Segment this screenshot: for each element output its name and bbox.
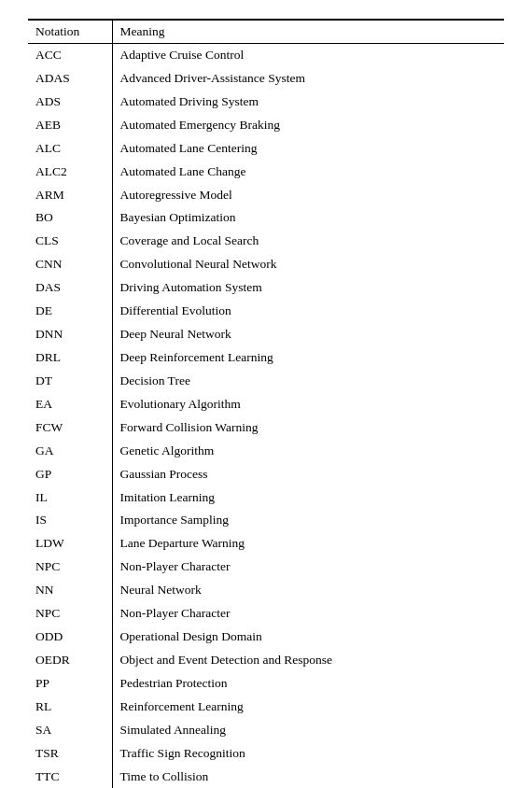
- cell-meaning: Convolutional Neural Network: [112, 253, 504, 276]
- table-row: LDWLane Departure Warning: [28, 532, 504, 556]
- cell-meaning: Automated Lane Centering: [112, 137, 504, 161]
- table-row: DASDriving Automation System: [28, 276, 504, 300]
- table-row: DNNDeep Neural Network: [28, 323, 504, 346]
- cell-meaning: Automated Emergency Braking: [112, 114, 504, 137]
- cell-notation: SA: [28, 719, 112, 742]
- cell-notation: DNN: [28, 323, 112, 346]
- cell-notation: ADAS: [28, 67, 112, 91]
- cell-meaning: Differential Evolution: [112, 300, 504, 323]
- cell-meaning: Operational Design Domain: [112, 626, 504, 649]
- cell-notation: DRL: [28, 346, 112, 370]
- cell-meaning: Driving Automation System: [112, 276, 504, 300]
- cell-notation: OEDR: [28, 649, 112, 672]
- cell-notation: FCW: [28, 416, 112, 440]
- table-row: ACCAdaptive Cruise Control: [28, 44, 504, 67]
- cell-meaning: Traffic Sign Recognition: [112, 742, 504, 766]
- table-row: ADASAdvanced Driver-Assistance System: [28, 67, 504, 91]
- cell-meaning: Lane Departure Warning: [112, 532, 504, 556]
- cell-meaning: Coverage and Local Search: [112, 230, 504, 253]
- table-row: ILImitation Learning: [28, 486, 504, 510]
- cell-notation: EA: [28, 393, 112, 416]
- cell-notation: CNN: [28, 253, 112, 276]
- cell-notation: DT: [28, 370, 112, 393]
- cell-meaning: Non-Player Character: [112, 556, 504, 579]
- cell-notation: DE: [28, 300, 112, 323]
- table-row: ADSAutomated Driving System: [28, 91, 504, 114]
- table-row: ALCAutomated Lane Centering: [28, 137, 504, 161]
- table-row: NPCNon-Player Character: [28, 602, 504, 626]
- table-row: GPGaussian Process: [28, 463, 504, 486]
- table-row: FCWForward Collision Warning: [28, 416, 504, 440]
- cell-notation: PP: [28, 672, 112, 696]
- cell-notation: ALC: [28, 137, 112, 161]
- cell-meaning: Gaussian Process: [112, 463, 504, 486]
- cell-meaning: Reinforcement Learning: [112, 696, 504, 719]
- table-row: CLSCoverage and Local Search: [28, 230, 504, 253]
- cell-meaning: Genetic Algorithm: [112, 440, 504, 463]
- cell-notation: LDW: [28, 532, 112, 556]
- table-row: SASimulated Annealing: [28, 719, 504, 742]
- cell-notation: NPC: [28, 556, 112, 579]
- table-row: AEBAutomated Emergency Braking: [28, 114, 504, 137]
- cell-meaning: Advanced Driver-Assistance System: [112, 67, 504, 91]
- table-row: ALC2Automated Lane Change: [28, 161, 504, 184]
- cell-notation: TTC: [28, 766, 112, 788]
- cell-notation: BO: [28, 206, 112, 230]
- cell-meaning: Autoregressive Model: [112, 184, 504, 207]
- cell-meaning: Deep Neural Network: [112, 323, 504, 346]
- cell-notation: DAS: [28, 276, 112, 300]
- table-row: OEDRObject and Event Detection and Respo…: [28, 649, 504, 672]
- cell-notation: ARM: [28, 184, 112, 207]
- cell-notation: ALC2: [28, 161, 112, 184]
- cell-notation: IS: [28, 509, 112, 532]
- table-row: TSRTraffic Sign Recognition: [28, 742, 504, 766]
- table-row: ARMAutoregressive Model: [28, 184, 504, 207]
- cell-meaning: Neural Network: [112, 579, 504, 602]
- table-row: TTCTime to Collision: [28, 766, 504, 788]
- table-row: ODDOperational Design Domain: [28, 626, 504, 649]
- cell-meaning: Non-Player Character: [112, 602, 504, 626]
- table-row: PPPedestrian Protection: [28, 672, 504, 696]
- header-notation: Notation: [28, 20, 112, 44]
- cell-notation: AEB: [28, 114, 112, 137]
- cell-meaning: Decision Tree: [112, 370, 504, 393]
- table-row: NPCNon-Player Character: [28, 556, 504, 579]
- table-row: NNNeural Network: [28, 579, 504, 602]
- cell-meaning: Automated Driving System: [112, 91, 504, 114]
- cell-meaning: Evolutionary Algorithm: [112, 393, 504, 416]
- cell-meaning: Object and Event Detection and Response: [112, 649, 504, 672]
- table-row: DTDecision Tree: [28, 370, 504, 393]
- cell-meaning: Simulated Annealing: [112, 719, 504, 742]
- table-row: BOBayesian Optimization: [28, 206, 504, 230]
- cell-notation: NN: [28, 579, 112, 602]
- cell-notation: GP: [28, 463, 112, 486]
- header-meaning: Meaning: [112, 20, 504, 44]
- table-row: GAGenetic Algorithm: [28, 440, 504, 463]
- cell-notation: ADS: [28, 91, 112, 114]
- cell-notation: IL: [28, 486, 112, 510]
- cell-notation: TSR: [28, 742, 112, 766]
- cell-meaning: Adaptive Cruise Control: [112, 44, 504, 67]
- cell-meaning: Bayesian Optimization: [112, 206, 504, 230]
- cell-meaning: Time to Collision: [112, 766, 504, 788]
- cell-meaning: Importance Sampling: [112, 509, 504, 532]
- cell-notation: GA: [28, 440, 112, 463]
- table-row: DRLDeep Reinforcement Learning: [28, 346, 504, 370]
- cell-notation: NPC: [28, 602, 112, 626]
- table-row: RLReinforcement Learning: [28, 696, 504, 719]
- cell-notation: CLS: [28, 230, 112, 253]
- table-row: CNNConvolutional Neural Network: [28, 253, 504, 276]
- cell-meaning: Imitation Learning: [112, 486, 504, 510]
- cell-meaning: Pedestrian Protection: [112, 672, 504, 696]
- cell-notation: ACC: [28, 44, 112, 67]
- table-row: DEDifferential Evolution: [28, 300, 504, 323]
- abbreviations-table: Notation Meaning ACCAdaptive Cruise Cont…: [28, 19, 504, 788]
- cell-meaning: Forward Collision Warning: [112, 416, 504, 440]
- cell-meaning: Automated Lane Change: [112, 161, 504, 184]
- table-row: EAEvolutionary Algorithm: [28, 393, 504, 416]
- table-row: ISImportance Sampling: [28, 509, 504, 532]
- cell-notation: RL: [28, 696, 112, 719]
- cell-notation: ODD: [28, 626, 112, 649]
- cell-meaning: Deep Reinforcement Learning: [112, 346, 504, 370]
